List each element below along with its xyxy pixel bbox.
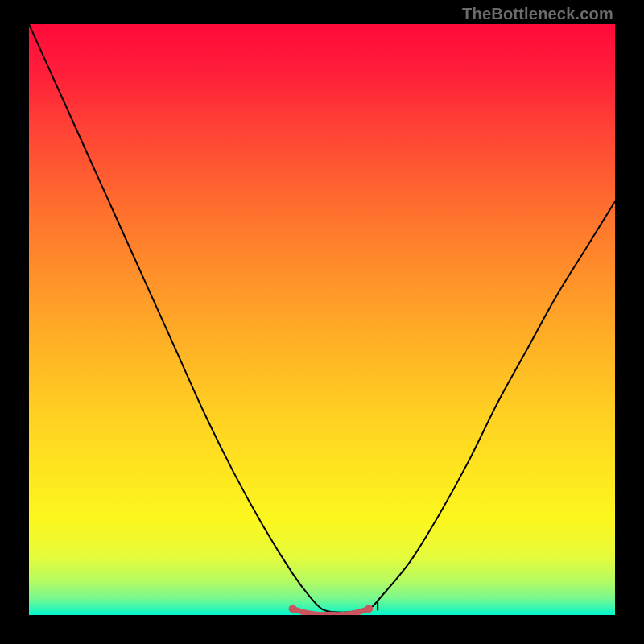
chart-plot-area [29, 24, 615, 615]
flat-region-line [293, 609, 369, 614]
chart-svg [29, 24, 615, 615]
flat-region-dot-left [289, 605, 297, 613]
bottleneck-curve-line [29, 24, 615, 613]
watermark-text: TheBottleneck.com [462, 5, 613, 23]
flat-region-dot-right [365, 605, 373, 613]
